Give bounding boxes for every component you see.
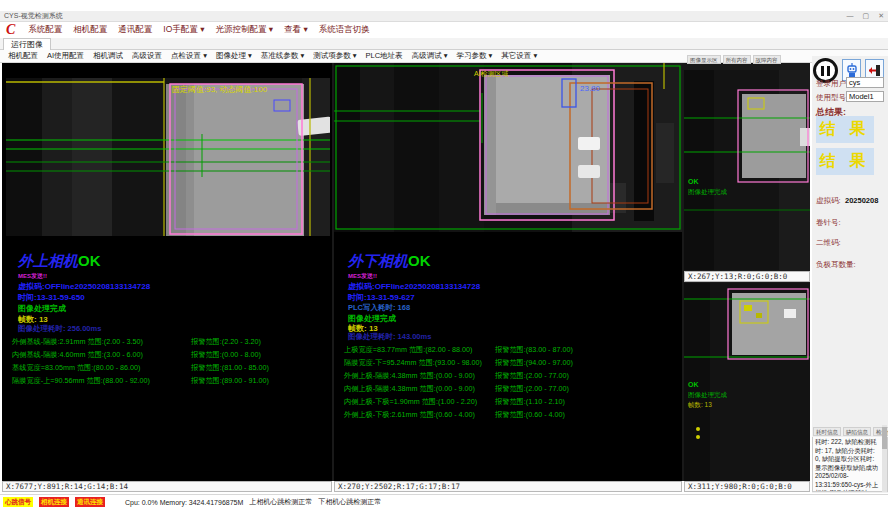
ai-region-overlay-text: AI检测区域 xyxy=(474,70,509,78)
menu-light-config[interactable]: 光源控制配置 ▾ xyxy=(215,24,273,36)
bottom-small-camera-image[interactable]: OK 图像处理完成 帧数: 13 xyxy=(684,283,810,481)
left-camera-image[interactable]: 固定阈值:93, 动态阈值:100 xyxy=(6,78,330,236)
tool-test-params[interactable]: 测试项参数 ▾ xyxy=(313,51,356,61)
tool-advanced-debug[interactable]: 高级调试 ▾ xyxy=(412,51,448,61)
cell-body xyxy=(742,94,806,178)
tool-ai-config[interactable]: AI使用配置 xyxy=(47,51,84,61)
left-proc-time: 图像处理耗时: 256.00ms xyxy=(18,324,101,334)
center-camera-title: 外下相机OK xyxy=(348,252,431,271)
alarm-range: 报警范围:(2.00 - 77.00) xyxy=(495,384,569,394)
lower-camera-heartbeat: 下相机心跳检测正常 xyxy=(318,497,381,507)
tab-defect-info[interactable]: 缺陷信息 xyxy=(843,427,871,436)
left-camera-title: 外上相机OK xyxy=(18,252,101,271)
tab-time-info[interactable]: 耗时信息 xyxy=(813,427,841,436)
tool-spot-check[interactable]: 点检设置 ▾ xyxy=(171,51,207,61)
center-coord-readout: X:270;Y:2502;R:17;G:17;B:17 xyxy=(334,481,682,492)
menu-bar: C 系统配置 相机配置 通讯配置 IO手配置 ▾ 光源控制配置 ▾ 查看 ▾ 系… xyxy=(0,22,888,38)
app-logo-icon: C xyxy=(6,22,15,38)
measurement-row: 隔膜宽度-上=90.56mm 范围:(88.00 - 92.00) xyxy=(12,376,150,386)
top-small-result: OK xyxy=(688,178,699,185)
indicator-dot xyxy=(696,427,700,431)
camera-conn-badge: 相机连接 xyxy=(39,497,69,507)
tab-image-display[interactable]: 图像显示区 xyxy=(687,55,721,64)
center-result-ok: OK xyxy=(408,252,431,269)
measurement-row: 外侧上极-下极:2.61mm 范围:(0.60 - 4.00) xyxy=(344,410,475,420)
center-camera-image[interactable]: 23.80 AI检测区域 xyxy=(334,63,682,232)
threshold-overlay-text: 固定阈值:93, 动态阈值:100 xyxy=(172,85,268,94)
menu-comm-config[interactable]: 通讯配置 xyxy=(118,24,152,36)
result-display-2: 结 果 xyxy=(816,148,874,175)
measurement-row: 基线宽度=83.05mm 范围:(80.00 - 86.00) xyxy=(12,363,140,373)
title-bar: CYS-视觉检测系统 — ▢ ✕ xyxy=(0,11,888,22)
top-small-camera-image[interactable]: OK 图像处理完成 xyxy=(684,70,810,270)
scrollbar-thumb[interactable] xyxy=(882,427,887,449)
measurement-row: 隔膜宽度-下=95.24mm 范围:(93.00 - 98.00) xyxy=(344,358,482,368)
tab-run-image[interactable]: 运行图像 xyxy=(3,38,51,50)
app-window: CYS-视觉检测系统 — ▢ ✕ C 系统配置 相机配置 通讯配置 IO手配置 … xyxy=(0,0,888,522)
bottom-small-coord-readout: X:311;Y:980;R:0;G:0;B:0 xyxy=(684,481,810,492)
center-mes-status: MES发送!! xyxy=(348,272,377,281)
negative-tab-count-label: 负极耳数量: xyxy=(816,260,856,270)
tool-image-process[interactable]: 图像处理 ▾ xyxy=(216,51,252,61)
tab-highlight xyxy=(578,165,600,178)
tool-camera-config[interactable]: 相机配置 xyxy=(8,51,38,61)
tab-strip: 运行图像 xyxy=(0,38,888,50)
stats-scrollbar[interactable] xyxy=(882,425,887,492)
alarm-range: 报警范围:(81.00 - 85.00) xyxy=(191,363,269,373)
maximize-icon[interactable]: ▢ xyxy=(863,12,870,20)
tab-fault-content[interactable]: 故障内容 xyxy=(753,55,781,64)
stats-log: 耗时: 222, 缺陷检测耗时: 17, 缺陷分类耗时: 0, 缺陷提取分区耗时… xyxy=(812,437,888,492)
alarm-range: 报警范围:(0.00 - 8.00) xyxy=(191,350,261,360)
measurement-row: 内侧上极-下极=1.90mm 范围:(1.00 - 2.20) xyxy=(344,397,477,407)
menu-language[interactable]: 系统语言切换 xyxy=(319,24,370,36)
left-time: 时间:13-31-59-650 xyxy=(18,292,85,303)
tool-learn-params[interactable]: 学习参数 ▾ xyxy=(456,51,492,61)
login-user-field[interactable]: cys xyxy=(846,77,884,88)
model-field[interactable]: Model1 xyxy=(846,91,884,102)
left-done-status: 图像处理完成 xyxy=(18,303,66,314)
top-small-coord-readout: X:267;Y:13;R:0;G:0;B:0 xyxy=(684,271,810,282)
bottom-small-status: 图像处理完成 xyxy=(688,391,728,399)
menu-system-config[interactable]: 系统配置 xyxy=(28,24,62,36)
tool-baseline-params[interactable]: 基准线参数 ▾ xyxy=(261,51,304,61)
center-time: 时间:13-31-59-627 xyxy=(348,292,415,303)
tool-plc-table[interactable]: PLC地址表 xyxy=(366,51,403,61)
indicator-dot xyxy=(696,435,700,439)
cell-body xyxy=(732,293,806,355)
pause-icon xyxy=(821,66,824,76)
tool-other-settings[interactable]: 其它设置 ▾ xyxy=(501,51,537,61)
upper-camera-heartbeat: 上相机心跳检测正常 xyxy=(249,497,312,507)
tab-all-content[interactable]: 所有内容 xyxy=(723,55,751,64)
minimize-icon[interactable]: — xyxy=(847,12,854,20)
measurement-row: 外侧上极-隔膜:4.38mm 范围:(0.00 - 9.00) xyxy=(344,371,475,381)
display-mode-tabs: 图像显示区 所有内容 故障内容 xyxy=(687,55,781,64)
menu-io-config[interactable]: IO手配置 ▾ xyxy=(163,24,204,36)
center-plc-time: PLC写入耗时: 168 xyxy=(348,303,410,313)
alarm-range: 报警范围:(0.60 - 4.00) xyxy=(495,410,565,420)
login-user-label: 登录用户: xyxy=(816,79,848,89)
model-label: 使用型号: xyxy=(816,93,848,103)
menu-camera-config[interactable]: 相机配置 xyxy=(73,24,107,36)
left-barcode: 虚拟码:OFFline20250208133134728 xyxy=(18,281,150,292)
exit-icon xyxy=(868,64,881,77)
alarm-range: 报警范围:(89.00 - 91.00) xyxy=(191,376,269,386)
cpu-memory-readout: Cpu: 0.0% Memory: 3424.41796875M xyxy=(125,499,243,506)
heartbeat-badge: 心跳信号 xyxy=(3,497,33,507)
needle-number-label: 卷针号: xyxy=(816,218,841,228)
alarm-range: 报警范围:(2.20 - 3.20) xyxy=(191,337,261,347)
stats-tabs: 耗时信息 缺陷信息 检测信息 xyxy=(813,427,888,436)
status-bar: 心跳信号 相机连接 通讯连接 Cpu: 0.0% Memory: 3424.41… xyxy=(0,494,888,509)
alarm-range: 报警范围:(2.00 - 77.00) xyxy=(495,371,569,381)
robot-icon xyxy=(846,63,858,78)
top-small-status: 图像处理完成 xyxy=(688,188,728,196)
measurement-row: 内侧基线-隔膜:4.60mm 范围:(3.00 - 6.00) xyxy=(12,350,143,360)
alarm-range: 报警范围:(94.00 - 97.00) xyxy=(495,358,573,368)
tool-camera-debug[interactable]: 相机调试 xyxy=(93,51,123,61)
tool-advanced-settings[interactable]: 高级设置 xyxy=(132,51,162,61)
result-display-1: 结 果 xyxy=(816,116,874,143)
virtual-code-label: 虚拟码: xyxy=(816,196,841,206)
left-result-ok: OK xyxy=(78,252,101,269)
close-icon[interactable]: ✕ xyxy=(878,12,884,20)
measurement-row: 内侧上极-隔膜:4.38mm 范围:(0.00 - 9.00) xyxy=(344,384,475,394)
menu-view[interactable]: 查看 ▾ xyxy=(284,24,308,36)
